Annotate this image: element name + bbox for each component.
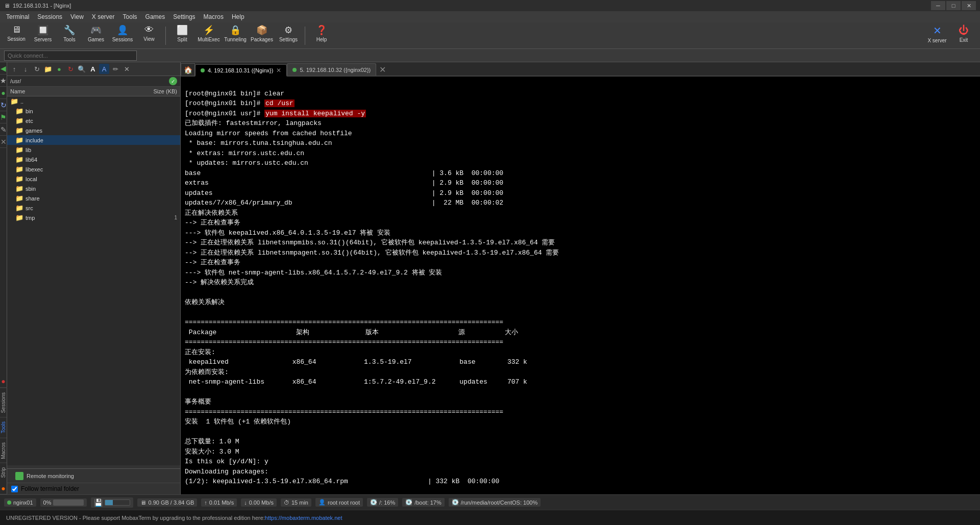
mobatek-link[interactable]: https://mobaxterm.mobatek.net xyxy=(265,515,342,521)
maximize-button[interactable]: □ xyxy=(946,1,961,10)
side-tab-sessions[interactable]: Sessions xyxy=(0,388,7,417)
status-nginx01: nginx01 xyxy=(4,498,36,507)
menu-sessions[interactable]: Sessions xyxy=(33,12,66,21)
fb-item-sbin[interactable]: 📁 sbin xyxy=(7,184,180,193)
sessions-button[interactable]: 👤 Sessions xyxy=(110,24,135,47)
fb-item-src[interactable]: 📁 src xyxy=(7,203,180,213)
side-bookmark-icon[interactable]: ★ xyxy=(0,74,7,87)
view-label: View xyxy=(143,36,155,42)
follow-terminal-checkbox[interactable] xyxy=(11,486,18,492)
folder-icon: 📁 xyxy=(15,175,23,183)
fb-btn-up[interactable]: ↑ xyxy=(9,64,19,74)
fb-item-etc[interactable]: 📁 etc xyxy=(7,116,180,126)
fb-path-ok-button[interactable]: ✓ xyxy=(169,77,177,85)
multiexec-button[interactable]: ⚡ MultiExec xyxy=(197,24,221,47)
side-session-icon[interactable]: ● xyxy=(0,87,7,99)
fb-btn-A[interactable]: A xyxy=(88,64,98,74)
fb-btn-highlight[interactable]: A xyxy=(99,64,109,74)
tab-label-nginx02: 5. 192.168.10.32 ({nginx02}) xyxy=(300,67,371,73)
side-edit-icon[interactable]: ✎ xyxy=(0,123,7,136)
fb-item-dotdot[interactable]: 📁 .. xyxy=(7,96,180,106)
fb-path-input[interactable] xyxy=(10,78,167,84)
folder-icon: 📁 xyxy=(15,127,23,134)
tab-close-nginx01[interactable]: ✕ xyxy=(276,67,281,74)
fb-file-list: 📁 .. 📁 bin 📁 etc 📁 games 📁 incl xyxy=(7,96,180,465)
servers-button[interactable]: 🔲 Servers xyxy=(31,24,55,47)
terminal-content[interactable]: [root@nginx01 bin]# clear [root@nginx01 … xyxy=(181,77,980,494)
packages-button[interactable]: 📦 Packages xyxy=(250,24,274,47)
fb-item-name: local xyxy=(26,176,160,182)
cpu-label: 0% xyxy=(43,499,52,506)
exit-icon: ⏻ xyxy=(959,24,969,36)
fb-item-include[interactable]: 📁 include xyxy=(7,135,180,145)
fb-btn-refresh[interactable]: ↻ xyxy=(32,64,42,74)
servers-label: Servers xyxy=(34,37,52,42)
menu-settings[interactable]: Settings xyxy=(169,12,199,21)
window-title: 192.168.10.31 - [Nginx] xyxy=(13,3,71,9)
fb-btn-down[interactable]: ↓ xyxy=(20,64,31,74)
fb-item-share[interactable]: 📁 share xyxy=(7,193,180,203)
fb-btn-refresh2[interactable]: ↻ xyxy=(65,64,76,74)
menu-xserver[interactable]: X server xyxy=(88,12,119,21)
fb-btn-new-folder[interactable]: 📁 xyxy=(43,64,53,74)
xserver-button[interactable]: ✕ X server xyxy=(925,24,949,47)
side-tab-macros[interactable]: Macros xyxy=(0,438,7,463)
follow-terminal-section: Follow terminal folder xyxy=(7,483,180,494)
exit-button[interactable]: ⏻ Exit xyxy=(951,24,976,47)
fb-btn-delete[interactable]: ✕ xyxy=(121,64,132,74)
side-tab-tools[interactable]: Tools xyxy=(0,417,7,437)
clock-icon: ⏱ xyxy=(284,499,289,506)
side-x-icon[interactable]: ✕ xyxy=(0,136,7,148)
menu-macros[interactable]: Macros xyxy=(200,12,228,21)
app-icon: 🖥 xyxy=(4,3,10,9)
side-nav-arrow[interactable]: ◀ xyxy=(0,62,7,74)
menu-tools[interactable]: Tools xyxy=(119,12,141,21)
side-vertical-tabs: ◀ ★ ● ↻ ⚑ ✎ ✕ ● Sessions Tools Macros St… xyxy=(0,62,7,494)
fb-item-tmp[interactable]: 📁 tmp 1 xyxy=(7,213,180,222)
tab-home-button[interactable]: 🏠 xyxy=(181,63,195,76)
menu-view[interactable]: View xyxy=(66,12,88,21)
side-refresh-icon[interactable]: ↻ xyxy=(0,99,7,111)
session-button[interactable]: 🖥 Session xyxy=(4,24,29,47)
fb-item-games[interactable]: 📁 games xyxy=(7,126,180,135)
fb-header-size: Size (KB) xyxy=(136,88,177,94)
games-button[interactable]: 🎮 Games xyxy=(84,24,108,47)
fb-item-local[interactable]: 📁 local xyxy=(7,174,180,184)
folder-icon: 📁 xyxy=(15,165,23,173)
folder-icon: 📁 xyxy=(15,185,23,192)
minimize-button[interactable]: ─ xyxy=(931,1,945,10)
side-circle-icon[interactable]: ● xyxy=(0,376,7,388)
view-button[interactable]: 👁 View xyxy=(137,24,161,47)
help-button[interactable]: ❓ Help xyxy=(309,24,334,47)
fb-btn-pencil[interactable]: ✏ xyxy=(110,64,120,74)
fb-item-lib64[interactable]: 📁 lib64 xyxy=(7,155,180,164)
tools-button[interactable]: 🔧 Tools xyxy=(57,24,82,47)
tab-nginx01[interactable]: 4. 192.168.10.31 ({Nginx}) ✕ xyxy=(195,64,287,77)
menu-terminal[interactable]: Terminal xyxy=(2,12,33,21)
side-flag-icon[interactable]: ⚑ xyxy=(0,111,7,123)
tunneling-button[interactable]: 🔒 Tunneling xyxy=(223,24,248,47)
side-tab-strip[interactable]: Strip xyxy=(0,463,7,482)
tab-close-btn[interactable]: ✕ xyxy=(376,63,388,76)
side-orange-dot[interactable]: ● xyxy=(0,482,7,494)
fb-item-lib[interactable]: 📁 lib xyxy=(7,145,180,155)
fb-item-bin[interactable]: 📁 bin xyxy=(7,106,180,116)
fb-item-name: src xyxy=(26,205,160,211)
menu-games[interactable]: Games xyxy=(141,12,169,21)
menu-help[interactable]: Help xyxy=(228,12,249,21)
disk-centos-label: /run/media/root/CentOS: 100% xyxy=(461,499,537,506)
folder-icon: 📁 xyxy=(15,136,23,144)
fb-btn-search[interactable]: 🔍 xyxy=(77,64,87,74)
settings-button[interactable]: ⚙ Settings xyxy=(276,24,301,47)
split-label: Split xyxy=(177,37,187,42)
quick-connect-input[interactable] xyxy=(4,51,137,61)
fb-item-libexec[interactable]: 📁 libexec xyxy=(7,164,180,174)
split-button[interactable]: ⬜ Split xyxy=(170,24,194,47)
session-icon: 🖥 xyxy=(12,24,21,35)
mem-bar xyxy=(105,499,130,506)
fb-btn-new-file[interactable]: ● xyxy=(54,64,64,74)
fb-item-name: lib xyxy=(26,147,160,153)
close-button[interactable]: ✕ xyxy=(962,1,976,10)
fb-item-size: 1 xyxy=(162,215,177,220)
tab-nginx02[interactable]: 5. 192.168.10.32 ({nginx02}) xyxy=(287,63,376,76)
